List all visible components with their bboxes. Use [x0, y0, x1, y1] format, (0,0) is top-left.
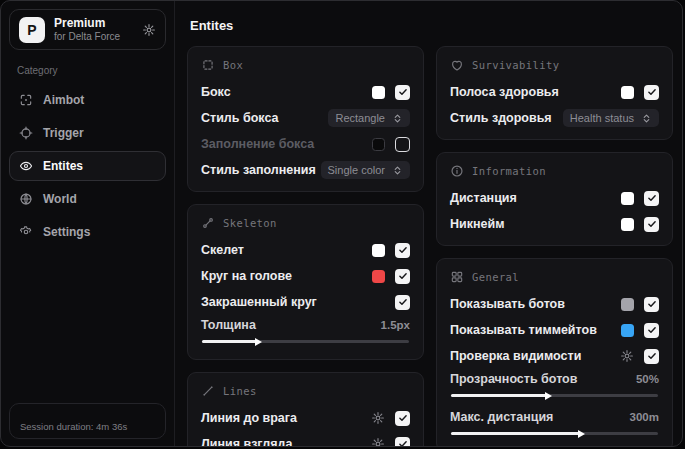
panel-skeleton: SkeletonСкелетКруг на головеЗакрашенный … — [187, 204, 424, 360]
setting-controls: Single color — [321, 161, 410, 179]
sidebar-item-world[interactable]: World — [9, 184, 166, 214]
setting-row: Дистанция — [450, 188, 659, 208]
setting-row: Скелет — [201, 240, 410, 260]
checkbox[interactable] — [395, 137, 410, 152]
unfold-icon — [392, 113, 403, 124]
slider-value: 1.5px — [381, 319, 410, 331]
panel-title: General — [472, 271, 519, 283]
color-swatch[interactable] — [621, 192, 634, 205]
setting-row: Показывать ботов — [450, 294, 659, 314]
setting-row: Стиль боксаRectangle — [201, 108, 410, 128]
setting-controls — [372, 269, 410, 284]
dropdown-survivability[interactable]: Health status — [563, 109, 659, 127]
sidebar-item-aimbot[interactable]: Aimbot — [9, 85, 166, 115]
column-right: SurvivabilityПолоса здоровьяСтиль здоров… — [436, 46, 673, 446]
checkbox[interactable] — [395, 411, 410, 426]
slider-track[interactable] — [202, 340, 409, 343]
setting-label: Стиль заполнения — [201, 163, 316, 177]
gear-icon[interactable] — [620, 349, 634, 363]
brand-text: Premium for Delta Force — [54, 16, 120, 43]
brand-logo: P — [19, 17, 45, 43]
setting-row: Круг на голове — [201, 266, 410, 286]
color-swatch[interactable] — [621, 218, 634, 231]
panel-title: Information — [472, 165, 546, 177]
setting-label: Линия до врага — [201, 411, 297, 425]
checkbox[interactable] — [644, 217, 659, 232]
panel-header: Box — [201, 58, 410, 72]
setting-controls — [372, 85, 410, 100]
brand-subtitle: for Delta Force — [54, 31, 120, 43]
checkbox[interactable] — [644, 297, 659, 312]
panel-lines: LinesЛиния до врагаЛиния взгляда — [187, 372, 424, 446]
color-swatch[interactable] — [621, 86, 634, 99]
setting-label: Стиль здоровья — [450, 111, 552, 125]
checkbox[interactable] — [395, 295, 410, 310]
checkbox[interactable] — [395, 269, 410, 284]
panel-header: Survivability — [450, 58, 659, 72]
unfold-icon — [392, 165, 403, 176]
checkbox[interactable] — [395, 85, 410, 100]
setting-controls — [371, 411, 410, 426]
slider-thumb[interactable] — [545, 392, 552, 400]
dropdown-box[interactable]: Single color — [321, 161, 410, 179]
slider-track[interactable] — [451, 432, 658, 435]
checkbox[interactable] — [644, 85, 659, 100]
gear-icon[interactable] — [371, 437, 385, 446]
panel-header: Lines — [201, 384, 410, 398]
setting-row: Стиль заполненияSingle color — [201, 160, 410, 180]
setting-label: Макс. дистанция — [450, 410, 553, 424]
checkbox[interactable] — [395, 243, 410, 258]
checkbox[interactable] — [644, 323, 659, 338]
slider-header: Толщина1.5px — [201, 318, 410, 332]
panel-title: Box — [223, 59, 243, 71]
color-swatch[interactable] — [621, 324, 634, 337]
setting-label: Толщина — [201, 318, 256, 332]
slider-setting: Макс. дистанция300m — [450, 410, 659, 435]
unfold-icon — [641, 113, 652, 124]
panel-survivability: SurvivabilityПолоса здоровьяСтиль здоров… — [436, 46, 673, 140]
sidebar-item-label: World — [43, 192, 77, 206]
brand-title: Premium — [54, 16, 120, 30]
color-swatch[interactable] — [372, 138, 385, 151]
column-left: BoxБоксСтиль боксаRectangleЗаполнение бо… — [187, 46, 424, 446]
checkbox[interactable] — [395, 437, 410, 447]
color-swatch[interactable] — [621, 298, 634, 311]
setting-controls — [372, 243, 410, 258]
color-swatch[interactable] — [372, 270, 385, 283]
panel-title: Lines — [223, 385, 257, 397]
slider-fill — [202, 340, 258, 343]
checkbox[interactable] — [644, 349, 659, 364]
setting-controls — [621, 85, 659, 100]
sidebar-item-settings[interactable]: Settings — [9, 217, 166, 247]
dropdown-box[interactable]: Rectangle — [328, 109, 410, 127]
slider-thumb[interactable] — [578, 430, 585, 438]
world-icon — [19, 192, 33, 206]
slider-header: Макс. дистанция300m — [450, 410, 659, 424]
sidebar-item-trigger[interactable]: Trigger — [9, 118, 166, 148]
panel-columns: BoxБоксСтиль боксаRectangleЗаполнение бо… — [187, 46, 668, 446]
color-swatch[interactable] — [372, 244, 385, 257]
slider-fill — [451, 432, 581, 435]
setting-label: Линия взгляда — [201, 437, 292, 446]
sidebar: P Premium for Delta Force Category Aimbo… — [1, 1, 175, 446]
app-window: P Premium for Delta Force Category Aimbo… — [0, 0, 683, 447]
setting-label: Бокс — [201, 85, 231, 99]
slider-header: Прозрачность ботов50% — [450, 372, 659, 386]
slider-track[interactable] — [451, 394, 658, 397]
slider-thumb[interactable] — [255, 338, 262, 346]
setting-label: Полоса здоровья — [450, 85, 559, 99]
setting-label: Показывать тиммейтов — [450, 323, 597, 337]
setting-row: Бокс — [201, 82, 410, 102]
setting-controls — [621, 297, 659, 312]
skeleton-icon — [201, 216, 215, 230]
gear-icon[interactable] — [142, 23, 156, 37]
checkbox[interactable] — [644, 191, 659, 206]
slider-setting: Прозрачность ботов50% — [450, 372, 659, 397]
trigger-icon — [19, 126, 33, 140]
setting-label: Дистанция — [450, 191, 517, 205]
sidebar-item-label: Trigger — [43, 126, 84, 140]
page-title: Entites — [190, 18, 668, 33]
sidebar-item-entites[interactable]: Entites — [9, 151, 166, 181]
gear-icon[interactable] — [371, 411, 385, 425]
color-swatch[interactable] — [372, 86, 385, 99]
